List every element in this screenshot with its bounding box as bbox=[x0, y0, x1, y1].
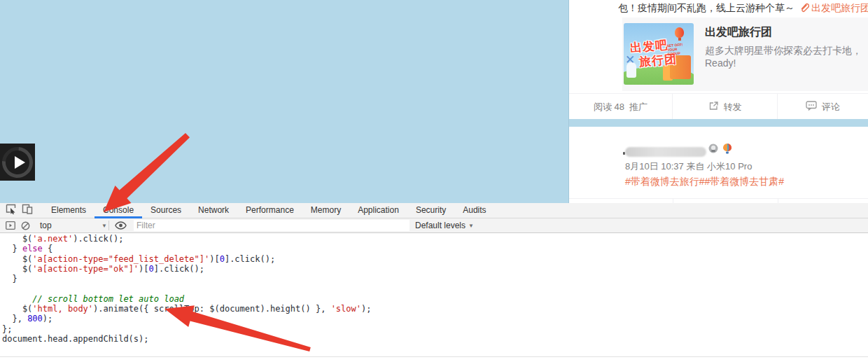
chevron-down-icon: ▼ bbox=[468, 223, 474, 229]
tab-security[interactable]: Security bbox=[407, 203, 454, 218]
console-code-line: } else { bbox=[2, 244, 868, 253]
card-title: 出发吧旅行团 bbox=[705, 25, 772, 40]
play-icon bbox=[15, 156, 25, 169]
avatar[interactable] bbox=[580, 138, 622, 180]
forward-button[interactable]: 转发 bbox=[673, 94, 778, 120]
log-levels-dropdown[interactable]: Default levels ▼ bbox=[415, 221, 474, 230]
devtools-tabbar: ElementsConsoleSourcesNetworkPerformance… bbox=[0, 203, 868, 218]
inspect-element-icon[interactable] bbox=[6, 204, 18, 217]
devtools-tabs: ElementsConsoleSourcesNetworkPerformance… bbox=[43, 203, 495, 218]
context-label: top bbox=[40, 221, 52, 230]
console-code-line: document.head.appendChild(s); bbox=[2, 334, 868, 344]
devtools-panel: ElementsConsoleSourcesNetworkPerformance… bbox=[0, 203, 868, 362]
console-code-line: // scroll bottom let auto load bbox=[2, 294, 868, 304]
member-badge-icon bbox=[708, 143, 719, 157]
read-count-cell[interactable]: 阅读 48 推广 bbox=[569, 94, 673, 120]
username-blurred[interactable] bbox=[625, 147, 706, 157]
console-output[interactable]: $('a.next').click(); } else { $('a[actio… bbox=[0, 233, 868, 344]
console-code-line: $('a.next').click(); bbox=[2, 234, 868, 244]
post-time-source[interactable]: 8月10日 10:37 来自 小米10 Pro bbox=[625, 160, 752, 173]
console-code-line bbox=[2, 284, 868, 293]
video-card[interactable]: ✕ 出发吧 旅行团 SET OFF! YOUR GROUP 出发吧旅行团 超多大… bbox=[622, 18, 868, 91]
thumb-balloon-icon bbox=[675, 27, 684, 38]
post-text-line: 包！疫情期间不乱跑，线上云游种个草～出发吧旅行团 bbox=[618, 0, 868, 15]
eye-icon[interactable] bbox=[115, 221, 127, 230]
device-toolbar-icon[interactable] bbox=[22, 204, 33, 217]
balloon-badge-icon bbox=[722, 143, 733, 157]
tab-sources[interactable]: Sources bbox=[142, 203, 190, 218]
page-background bbox=[0, 0, 568, 203]
forward-icon bbox=[708, 101, 719, 113]
console-code-line: $('html, body').animate({ scrollTop: $(d… bbox=[2, 304, 868, 314]
card-description: 超多大牌明星带你探索必去打卡地，Ready! bbox=[705, 45, 868, 69]
tab-elements[interactable]: Elements bbox=[43, 203, 94, 218]
read-count: 阅读 48 bbox=[594, 101, 624, 113]
toolbar-divider bbox=[108, 221, 109, 230]
clear-console-icon[interactable] bbox=[21, 221, 30, 230]
tab-memory[interactable]: Memory bbox=[302, 203, 349, 218]
forward-label: 转发 bbox=[724, 101, 742, 113]
video-link[interactable]: 出发吧旅行团 bbox=[811, 2, 868, 13]
console-filter-input[interactable] bbox=[134, 220, 410, 231]
video-player[interactable] bbox=[0, 144, 35, 181]
post-item: 8月10日 10:37 来自 小米10 Pro #带着微博去旅行##带着微博去甘… bbox=[569, 127, 868, 203]
post-hashtags[interactable]: #带着微博去旅行##带着微博去甘肃# bbox=[625, 176, 784, 188]
paperclip-icon bbox=[800, 1, 809, 17]
console-sidebar-icon[interactable] bbox=[6, 221, 15, 230]
bottom-divider bbox=[0, 356, 868, 357]
thumb-subtitle: SET OFF! YOUR GROUP bbox=[666, 42, 688, 57]
user-badges bbox=[708, 143, 733, 157]
console-code-line: }, 800); bbox=[2, 314, 868, 323]
weibo-feed-panel: 包！疫情期间不乱跑，线上云游种个草～出发吧旅行团 ✕ 出发吧 旅行团 SET O… bbox=[568, 0, 868, 203]
feed-gap bbox=[569, 119, 868, 127]
avatar-blurred-image bbox=[580, 138, 622, 180]
console-code-line: $('a[action-type="feed_list_delete"]')[0… bbox=[2, 254, 868, 264]
console-code-line: $('a[action-type="ok"]')[0].click(); bbox=[2, 264, 868, 274]
execution-context-selector[interactable]: top ▼ bbox=[40, 221, 107, 230]
next-action-bar-sliver bbox=[569, 198, 868, 203]
tab-performance[interactable]: Performance bbox=[237, 203, 302, 218]
tab-audits[interactable]: Audits bbox=[454, 203, 494, 218]
post-action-bar: 阅读 48 推广 转发 评论 bbox=[569, 93, 868, 120]
comment-icon bbox=[806, 101, 817, 113]
promoted-label: 推广 bbox=[629, 101, 648, 113]
tab-console[interactable]: Console bbox=[94, 203, 142, 218]
comment-label: 评论 bbox=[822, 101, 840, 113]
video-card-thumbnail[interactable]: ✕ 出发吧 旅行团 SET OFF! YOUR GROUP bbox=[624, 23, 694, 85]
console-toolbar: top ▼ Default levels ▼ bbox=[0, 218, 868, 233]
console-code-line: }; bbox=[2, 324, 868, 334]
console-code-line: } bbox=[2, 274, 868, 284]
chevron-down-icon: ▼ bbox=[102, 223, 107, 229]
tab-application[interactable]: Application bbox=[349, 203, 407, 218]
comment-button[interactable]: 评论 bbox=[778, 94, 868, 120]
screenshot-root: 包！疫情期间不乱跑，线上云游种个草～出发吧旅行团 ✕ 出发吧 旅行团 SET O… bbox=[0, 0, 868, 362]
post-text: 包！疫情期间不乱跑，线上云游种个草～ bbox=[618, 2, 794, 13]
levels-label: Default levels bbox=[415, 221, 465, 230]
tab-network[interactable]: Network bbox=[190, 203, 237, 218]
